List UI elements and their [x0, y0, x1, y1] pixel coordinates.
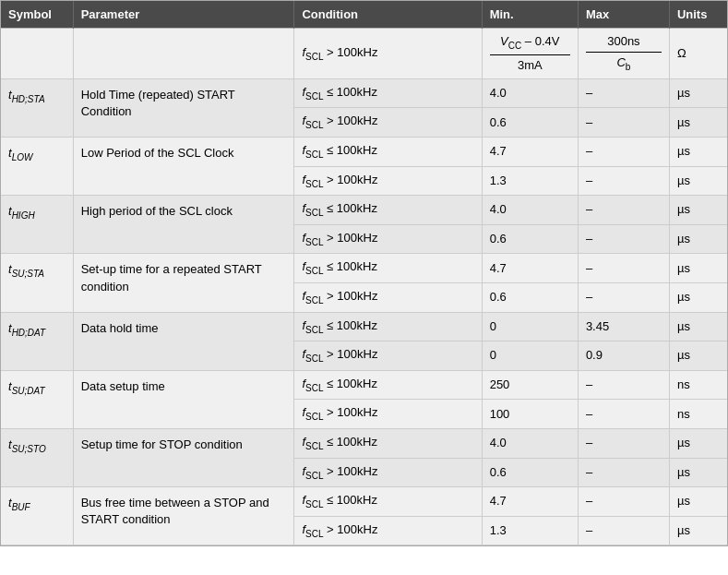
parameter-cell: [73, 29, 294, 79]
max-cell: –: [578, 370, 669, 400]
units-cell: µs: [669, 254, 727, 283]
table-row: tHIGHHigh period of the SCL clockfSCL ≤ …: [1, 196, 727, 225]
units-cell: µs: [669, 341, 727, 371]
min-cell: 4.0: [482, 78, 578, 108]
units-cell: ns: [669, 400, 727, 429]
units-cell: µs: [669, 458, 727, 487]
max-cell: –: [578, 108, 669, 138]
symbol-cell: tSU;STO: [1, 428, 73, 486]
symbol-sub: HIGH: [12, 210, 35, 221]
parameter-cell: Set-up time for a repeated START conditi…: [73, 254, 294, 312]
units-cell: ns: [669, 370, 727, 400]
condition-cell: fSCL > 100kHz: [294, 282, 482, 312]
min-cell: 0.6: [482, 108, 578, 138]
units-cell: µs: [669, 487, 727, 517]
table-row: tLOWLow Period of the SCL ClockfSCL ≤ 10…: [1, 137, 727, 166]
min-cell: 0.6: [482, 282, 578, 312]
symbol-cell: tHD;DAT: [1, 312, 73, 370]
condition-cell: fSCL > 100kHz: [294, 224, 482, 254]
max-cell: –: [578, 78, 669, 108]
max-cell: –: [578, 282, 669, 312]
units-cell: µs: [669, 224, 727, 254]
header-max: Max: [578, 1, 669, 29]
min-cell: 4.7: [482, 487, 578, 517]
units-cell: µs: [669, 196, 727, 225]
table-row: tHD;STAHold Time (repeated) START Condit…: [1, 78, 727, 108]
max-cell: –: [578, 166, 669, 196]
condition-cell: fSCL > 100kHz: [294, 516, 482, 545]
symbol-cell: tLOW: [1, 137, 73, 195]
min-cell: 4.0: [482, 196, 578, 225]
units-cell: µs: [669, 312, 727, 341]
condition-cell: fSCL > 100kHz: [294, 341, 482, 371]
parameter-cell: Hold Time (repeated) START Condition: [73, 78, 294, 137]
symbol-cell: tSU;DAT: [1, 370, 73, 428]
symbol-sub: BUF: [12, 502, 30, 512]
max-cell: –: [578, 428, 669, 458]
condition-cell: fSCL > 100kHz: [294, 166, 482, 196]
condition-cell: fSCL ≤ 100kHz: [294, 487, 482, 517]
header-symbol: Symbol: [1, 1, 73, 29]
condition-cell: fSCL ≤ 100kHz: [294, 370, 482, 400]
table-row: tSU;STOSetup time for STOP conditionfSCL…: [1, 428, 727, 458]
units-cell: µs: [669, 166, 727, 196]
symbol-cell: tHIGH: [1, 196, 73, 254]
parameter-cell: Setup time for STOP condition: [73, 428, 294, 486]
symbol-sub: LOW: [12, 152, 33, 162]
condition-cell: fSCL ≤ 100kHz: [294, 137, 482, 166]
condition-cell: fSCL ≤ 100kHz: [294, 428, 482, 458]
table-row: fSCL > 100kHzVCC – 0.4V3mA300nsCbΩ: [1, 29, 727, 79]
min-cell: 1.3: [482, 516, 578, 545]
table-row: tSU;DATData setup timefSCL ≤ 100kHz250–n…: [1, 370, 727, 400]
units-cell: Ω: [669, 29, 727, 79]
min-cell: 250: [482, 370, 578, 400]
max-cell: –: [578, 224, 669, 254]
header-min: Min.: [482, 1, 578, 29]
min-cell: 0.6: [482, 224, 578, 254]
max-cell: –: [578, 254, 669, 283]
condition-cell: fSCL ≤ 100kHz: [294, 312, 482, 341]
max-cell: 3.45: [578, 312, 669, 341]
parameter-cell: Low Period of the SCL Clock: [73, 137, 294, 195]
min-cell: 4.7: [482, 137, 578, 166]
symbol-cell: tBUF: [1, 487, 73, 545]
symbol-cell: [1, 29, 73, 79]
max-cell: –: [578, 137, 669, 166]
condition-cell: fSCL ≤ 100kHz: [294, 196, 482, 225]
symbol-sub: HD;DAT: [12, 327, 45, 337]
symbol-cell: tSU;STA: [1, 254, 73, 312]
min-cell: 0: [482, 312, 578, 341]
min-cell: 0.6: [482, 458, 578, 487]
max-cell: –: [578, 400, 669, 429]
max-cell: 0.9: [578, 341, 669, 371]
max-cell: –: [578, 487, 669, 517]
condition-cell: fSCL > 100kHz: [294, 400, 482, 429]
header-units: Units: [669, 1, 727, 29]
min-cell: 100: [482, 400, 578, 429]
units-cell: µs: [669, 428, 727, 458]
parameter-cell: Data hold time: [73, 312, 294, 370]
parameter-cell: Data setup time: [73, 370, 294, 428]
symbol-cell: tHD;STA: [1, 78, 73, 137]
condition-cell: fSCL > 100kHz: [294, 458, 482, 487]
min-cell: 0: [482, 341, 578, 371]
condition-cell: fSCL > 100kHz: [294, 29, 482, 79]
units-cell: µs: [669, 282, 727, 312]
max-cell: –: [578, 458, 669, 487]
symbol-sub: SU;STA: [12, 269, 44, 279]
condition-cell: fSCL ≤ 100kHz: [294, 78, 482, 108]
units-cell: µs: [669, 516, 727, 545]
min-cell: 4.0: [482, 428, 578, 458]
parameter-cell: High period of the SCL clock: [73, 196, 294, 254]
timing-table: Symbol Parameter Condition Min. Max Unit…: [0, 0, 728, 546]
header-condition: Condition: [294, 1, 482, 29]
parameter-cell: Bus free time between a STOP and START c…: [73, 487, 294, 545]
units-cell: µs: [669, 78, 727, 108]
condition-cell: fSCL ≤ 100kHz: [294, 254, 482, 283]
symbol-sub: HD;STA: [12, 93, 45, 103]
max-cell: –: [578, 516, 669, 545]
table-row: tHD;DATData hold timefSCL ≤ 100kHz03.45µ…: [1, 312, 727, 341]
min-cell: 1.3: [482, 166, 578, 196]
condition-cell: fSCL > 100kHz: [294, 108, 482, 138]
table-row: tBUFBus free time between a STOP and STA…: [1, 487, 727, 517]
